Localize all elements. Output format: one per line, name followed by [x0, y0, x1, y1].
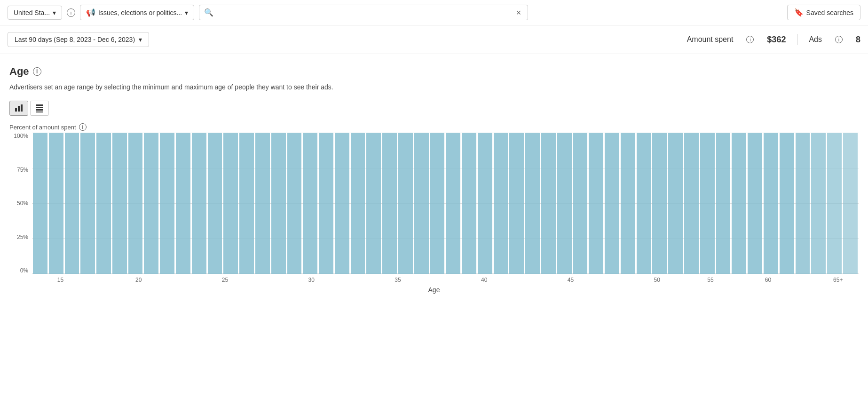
bar-27	[462, 133, 476, 274]
y-axis-info-icon[interactable]: i	[79, 123, 87, 131]
date-range-dropdown[interactable]: Last 90 days (Sep 8, 2023 - Dec 6, 2023)…	[8, 32, 149, 47]
y-label-50: 50%	[17, 200, 28, 207]
bar-2	[65, 133, 79, 274]
bar-13	[239, 133, 254, 274]
bar-20	[351, 133, 365, 274]
section-title: Age i	[9, 65, 859, 78]
y-axis-label-row: Percent of amount spent i	[9, 123, 859, 131]
bar-31	[525, 133, 540, 274]
amount-value: $362	[767, 35, 786, 45]
bar-37	[621, 133, 635, 274]
bar-51	[843, 133, 858, 274]
age-title: Age	[9, 65, 29, 78]
age-info-icon[interactable]: i	[33, 67, 41, 76]
ads-value: 8	[856, 35, 860, 45]
bar-25	[430, 133, 445, 274]
svg-rect-2	[21, 104, 23, 112]
divider	[797, 34, 797, 45]
bar-15	[271, 133, 286, 274]
bar-21	[366, 133, 381, 274]
section-description: Advertisers set an age range by selectin…	[9, 82, 859, 92]
bar-34	[573, 133, 588, 274]
x-label-15: 15	[57, 277, 63, 283]
bar-50	[827, 133, 842, 274]
clear-search-button[interactable]: ×	[514, 8, 523, 17]
chevron-down-icon: ▾	[53, 9, 56, 16]
category-label: Issues, elections or politics...	[98, 9, 182, 16]
bar-26	[446, 133, 460, 274]
amount-spent-label: Amount spent	[687, 35, 734, 44]
bar-24	[414, 133, 429, 274]
chart-area: 100% 75% 50% 25% 0%	[9, 133, 859, 274]
bar-6	[128, 133, 143, 274]
bar-chart-view-button[interactable]	[9, 101, 28, 116]
bar-1	[49, 133, 63, 274]
date-range-label: Last 90 days (Sep 8, 2023 - Dec 6, 2023)	[15, 36, 135, 43]
bar-47	[780, 133, 794, 274]
bar-46	[764, 133, 778, 274]
x-label-50: 50	[654, 277, 660, 283]
megaphone-icon: 📢	[86, 8, 95, 17]
bar-41	[684, 133, 699, 274]
table-view-button[interactable]	[30, 101, 49, 116]
bar-19	[335, 133, 349, 274]
x-label-65plus: 65+	[833, 277, 843, 283]
table-icon	[35, 104, 44, 112]
ads-info-icon[interactable]: i	[835, 36, 843, 43]
bar-38	[637, 133, 651, 274]
svg-rect-0	[15, 108, 17, 112]
x-label-60: 60	[765, 277, 771, 283]
svg-rect-5	[36, 109, 43, 111]
search-bar: 🔍 Mayor Gil McDougal ×	[199, 5, 528, 20]
y-label-75: 75%	[17, 167, 28, 173]
saved-searches-button[interactable]: 🔖 Saved searches	[787, 5, 860, 20]
x-label-45: 45	[568, 277, 574, 283]
subtitle-bar: Last 90 days (Sep 8, 2023 - Dec 6, 2023)…	[0, 25, 868, 54]
bar-8	[160, 133, 174, 274]
x-label-30: 30	[308, 277, 315, 283]
x-label-55: 55	[707, 277, 713, 283]
bar-3	[80, 133, 95, 274]
country-dropdown[interactable]: United Sta... ▾	[8, 6, 62, 20]
bar-23	[398, 133, 413, 274]
main-content: Age i Advertisers set an age range by se…	[0, 54, 868, 305]
search-icon: 🔍	[204, 8, 213, 17]
chevron-down-icon-category: ▾	[185, 9, 188, 16]
bar-29	[494, 133, 508, 274]
x-axis-title: Age	[9, 286, 859, 294]
y-label-25: 25%	[17, 234, 28, 240]
bar-17	[303, 133, 317, 274]
x-label-35: 35	[395, 277, 401, 283]
bar-40	[668, 133, 683, 274]
category-dropdown[interactable]: 📢 Issues, elections or politics... ▾	[80, 5, 194, 20]
bookmark-icon: 🔖	[794, 8, 804, 17]
ads-label: Ads	[809, 35, 822, 44]
search-input[interactable]: Mayor Gil McDougal	[217, 9, 510, 16]
bar-33	[557, 133, 572, 274]
bar-0	[33, 133, 47, 274]
bar-30	[509, 133, 524, 274]
bar-18	[319, 133, 333, 274]
bar-22	[382, 133, 397, 274]
x-label-20: 20	[135, 277, 142, 283]
chart-plot	[32, 133, 859, 274]
bar-44	[732, 133, 746, 274]
y-label-0: 0%	[20, 267, 28, 274]
bar-36	[605, 133, 619, 274]
bar-7	[144, 133, 158, 274]
top-bar: United Sta... ▾ i 📢 Issues, elections or…	[0, 0, 868, 25]
svg-rect-6	[36, 112, 43, 112]
bar-28	[478, 133, 492, 274]
country-info-icon[interactable]: i	[67, 8, 75, 17]
bar-32	[541, 133, 556, 274]
bar-12	[223, 133, 238, 274]
bar-48	[796, 133, 810, 274]
saved-searches-label: Saved searches	[806, 9, 853, 16]
bar-43	[716, 133, 731, 274]
amount-info-icon[interactable]: i	[746, 36, 754, 43]
bar-5	[112, 133, 127, 274]
y-label-100: 100%	[14, 133, 28, 139]
svg-rect-3	[36, 104, 43, 106]
y-axis: 100% 75% 50% 25% 0%	[9, 133, 32, 274]
bar-49	[811, 133, 826, 274]
